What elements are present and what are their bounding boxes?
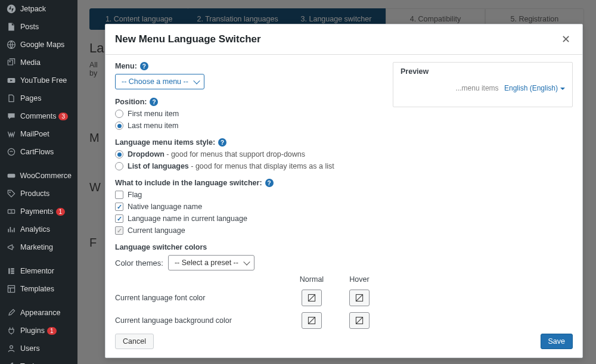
position-label: Position:? <box>115 98 383 106</box>
row-bg-label: Current language background color <box>115 316 288 325</box>
sidebar-label: MailPoet <box>20 129 49 139</box>
help-icon[interactable]: ? <box>265 179 274 187</box>
sidebar-label: Elementor <box>20 266 54 276</box>
svg-rect-12 <box>11 272 14 273</box>
help-icon[interactable]: ? <box>140 62 148 70</box>
sidebar-item-googlemaps[interactable]: Google Maps <box>0 36 77 54</box>
checkbox-label: Native language name <box>128 203 202 211</box>
sidebar-item-tools[interactable]: Tools <box>0 357 77 364</box>
sidebar-item-pages[interactable]: Pages <box>0 89 77 107</box>
sidebar-item-marketing[interactable]: Marketing <box>0 238 77 256</box>
sidebar-label: Products <box>20 189 49 198</box>
check-flag[interactable]: Flag <box>115 191 383 199</box>
wrench-icon <box>6 361 17 364</box>
svg-point-14 <box>10 346 13 349</box>
svg-rect-10 <box>11 268 14 269</box>
checkbox-icon <box>115 214 123 223</box>
sidebar-label: Media <box>20 58 41 67</box>
chart-icon <box>6 224 17 235</box>
sidebar-label: Tools <box>20 362 38 364</box>
svg-rect-11 <box>11 270 14 272</box>
cancel-button[interactable]: Cancel <box>115 334 154 349</box>
sidebar-label: Marketing <box>20 242 53 252</box>
sidebar-item-jetpack[interactable]: Jetpack <box>0 0 77 18</box>
radio-icon <box>115 150 123 158</box>
megaphone-icon <box>6 242 17 253</box>
radio-icon <box>115 122 123 130</box>
menu-label: Menu:? <box>115 62 383 70</box>
sidebar-label: Templates <box>20 284 54 294</box>
svg-point-4 <box>8 148 14 155</box>
checkbox-icon <box>115 203 123 211</box>
checkbox-icon <box>115 226 123 235</box>
help-icon[interactable]: ? <box>150 98 158 106</box>
svg-point-2 <box>9 61 10 62</box>
sidebar-item-media[interactable]: Media <box>0 54 77 71</box>
sidebar-label: Users <box>20 344 40 353</box>
radio-first-menu-item[interactable]: First menu item <box>115 110 383 118</box>
color-themes-label: Color themes: <box>115 259 163 267</box>
color-swatch-bg-hover[interactable] <box>349 312 370 329</box>
radio-label: Last menu item <box>128 122 178 130</box>
menu-select[interactable]: -- Choose a menu -- <box>115 74 204 89</box>
color-theme-select[interactable]: -- Select a preset -- <box>168 255 254 270</box>
save-button[interactable]: Save <box>541 334 573 349</box>
sidebar-item-analytics[interactable]: Analytics <box>0 220 77 238</box>
sidebar-item-appearance[interactable]: Appearance <box>0 304 77 322</box>
preview-language-link[interactable]: English (English) <box>504 84 565 92</box>
radio-list[interactable]: List of languages - good for menus that … <box>115 162 383 170</box>
badge: 1 <box>47 327 57 335</box>
sidebar-item-products[interactable]: Products <box>0 185 77 203</box>
pin-icon <box>6 21 17 32</box>
video-icon <box>6 75 17 86</box>
sidebar-item-posts[interactable]: Posts <box>0 18 77 36</box>
pages-icon <box>6 93 17 104</box>
sidebar-item-payments[interactable]: $Payments1 <box>0 203 77 220</box>
row-font-label: Current language font color <box>115 294 288 302</box>
preview-title: Preview <box>401 67 565 76</box>
sidebar-item-plugins[interactable]: Plugins1 <box>0 322 77 340</box>
sidebar-label: Google Maps <box>20 40 64 49</box>
cart-icon <box>6 147 17 157</box>
brush-icon <box>6 307 17 318</box>
modal-footer: Cancel Save <box>105 334 582 357</box>
color-swatch-font-normal[interactable] <box>302 290 322 306</box>
sidebar-label: Appearance <box>20 308 60 318</box>
help-icon[interactable]: ? <box>218 138 226 147</box>
checkbox-icon <box>115 191 123 199</box>
sidebar-item-comments[interactable]: Comments3 <box>0 107 77 125</box>
sidebar-item-mailpoet[interactable]: MailPoet <box>0 125 77 143</box>
check-current-language[interactable]: Current language <box>115 226 383 235</box>
sidebar-item-templates[interactable]: Templates <box>0 280 77 298</box>
sidebar-item-cartflows[interactable]: CartFlows <box>0 143 77 161</box>
sidebar-label: Plugins <box>20 326 45 335</box>
color-swatch-bg-normal[interactable] <box>302 312 322 329</box>
sidebar-item-elementor[interactable]: Elementor <box>0 262 77 280</box>
check-current-name[interactable]: Language name in current language <box>115 214 383 223</box>
sidebar-item-woocommerce[interactable]: WooCommerce <box>0 167 77 185</box>
admin-sidebar: Jetpack Posts Google Maps Media YouTube … <box>0 0 77 364</box>
radio-dropdown[interactable]: Dropdown - good for menus that support d… <box>115 150 383 158</box>
woo-icon <box>6 170 16 181</box>
sidebar-item-users[interactable]: Users <box>0 340 77 357</box>
color-swatch-font-hover[interactable] <box>349 290 370 306</box>
badge: 3 <box>58 113 68 120</box>
svg-point-6 <box>9 191 10 192</box>
sidebar-item-youtube[interactable]: YouTube Free <box>0 71 77 89</box>
sidebar-label: Payments <box>20 207 54 216</box>
globe-icon <box>6 39 17 50</box>
radio-icon <box>115 162 123 170</box>
modal-title: New Menu Language Switcher <box>115 33 261 45</box>
media-icon <box>6 57 17 68</box>
svg-text:$: $ <box>10 210 13 213</box>
user-icon <box>6 343 17 354</box>
check-native-name[interactable]: Native language name <box>115 203 383 211</box>
preview-panel: Preview ...menu items English (English) <box>393 62 573 107</box>
chevron-down-icon <box>560 88 565 90</box>
svg-rect-9 <box>8 268 10 274</box>
radio-label: Dropdown - good for menus that support d… <box>128 150 305 158</box>
badge: 1 <box>56 208 66 216</box>
radio-last-menu-item[interactable]: Last menu item <box>115 122 383 130</box>
checkbox-label: Current language <box>128 226 185 235</box>
close-button[interactable]: ✕ <box>559 32 573 47</box>
